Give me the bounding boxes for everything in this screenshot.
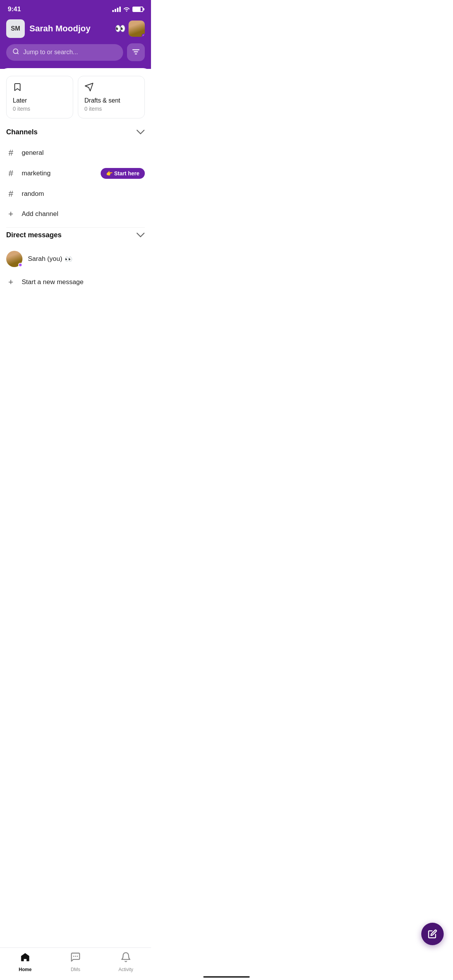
user-profile-avatar[interactable] — [129, 21, 145, 37]
channel-item-marketing[interactable]: # marketing 👉 Start here — [6, 163, 145, 184]
dm-section: Direct messages Sarah (you) 👀 + Start a … — [6, 231, 145, 292]
search-bar[interactable]: Jump to or search... — [6, 44, 123, 61]
channels-title: Channels — [6, 128, 38, 136]
channel-name: random — [22, 190, 145, 198]
channel-item-random[interactable]: # random — [6, 184, 145, 204]
add-channel-item[interactable]: + Add channel — [6, 204, 145, 224]
later-card[interactable]: Later 0 items — [6, 76, 73, 118]
status-bar: 9:41 — [0, 0, 151, 16]
filter-icon — [132, 48, 140, 57]
svg-marker-5 — [85, 83, 93, 91]
new-message-item[interactable]: + Start a new message — [6, 272, 145, 292]
later-icon — [13, 82, 67, 94]
svg-line-1 — [17, 53, 18, 54]
username-label: Sarah Moodjoy — [29, 24, 91, 34]
channel-name: general — [22, 149, 145, 157]
hash-icon: # — [6, 168, 15, 178]
add-icon: + — [6, 209, 15, 219]
status-icons — [112, 6, 143, 13]
channel-item-general[interactable]: # general — [6, 143, 145, 163]
status-time: 9:41 — [8, 5, 21, 13]
drafts-card[interactable]: Drafts & sent 0 items — [78, 76, 145, 118]
hash-icon: # — [6, 189, 15, 199]
search-placeholder-text: Jump to or search... — [23, 49, 78, 56]
quick-cards: Later 0 items Drafts & sent 0 items — [6, 76, 145, 118]
header-right: 👀 — [115, 21, 145, 37]
dm-avatar — [6, 251, 22, 267]
channels-section: Channels # general # marketing 👉 Start h… — [6, 128, 145, 224]
filter-button[interactable] — [127, 43, 145, 61]
search-row: Jump to or search... — [6, 43, 145, 61]
drafts-title: Drafts & sent — [84, 97, 138, 104]
channel-name: marketing — [22, 170, 94, 177]
dm-title: Direct messages — [6, 231, 62, 239]
add-channel-label: Add channel — [22, 210, 58, 218]
user-initials-avatar[interactable]: SM — [6, 19, 25, 38]
dm-chevron-icon[interactable] — [136, 231, 145, 240]
dm-online-dot — [18, 263, 22, 267]
header-left: SM Sarah Moodjoy — [6, 19, 91, 38]
signal-bars-icon — [112, 7, 121, 12]
start-here-label: 👉 Start here — [106, 170, 139, 176]
online-status-dot — [142, 34, 145, 37]
header: SM Sarah Moodjoy 👀 Jump to or search... — [0, 16, 151, 69]
later-subtitle: 0 items — [13, 106, 67, 112]
search-icon — [12, 48, 19, 57]
later-title: Later — [13, 97, 67, 104]
start-here-badge[interactable]: 👉 Start here — [101, 168, 145, 179]
wifi-icon — [123, 6, 130, 13]
section-divider — [6, 227, 145, 228]
new-message-label: Start a new message — [22, 278, 84, 286]
add-message-icon: + — [6, 277, 15, 287]
hash-icon: # — [6, 148, 15, 158]
dm-item-sarah[interactable]: Sarah (you) 👀 — [6, 246, 145, 272]
battery-icon — [132, 7, 143, 12]
drafts-subtitle: 0 items — [84, 106, 138, 112]
dm-name: Sarah (you) 👀 — [28, 255, 72, 263]
drafts-icon — [84, 82, 138, 94]
dm-section-header: Direct messages — [6, 231, 145, 240]
svg-point-0 — [13, 49, 18, 53]
channels-chevron-icon[interactable] — [136, 128, 145, 137]
channels-section-header: Channels — [6, 128, 145, 137]
header-top: SM Sarah Moodjoy 👀 — [6, 19, 145, 38]
dm-eyes-emoji: 👀 — [65, 255, 72, 263]
main-content: Later 0 items Drafts & sent 0 items Chan… — [0, 68, 151, 334]
eyes-emoji-icon[interactable]: 👀 — [115, 24, 125, 34]
